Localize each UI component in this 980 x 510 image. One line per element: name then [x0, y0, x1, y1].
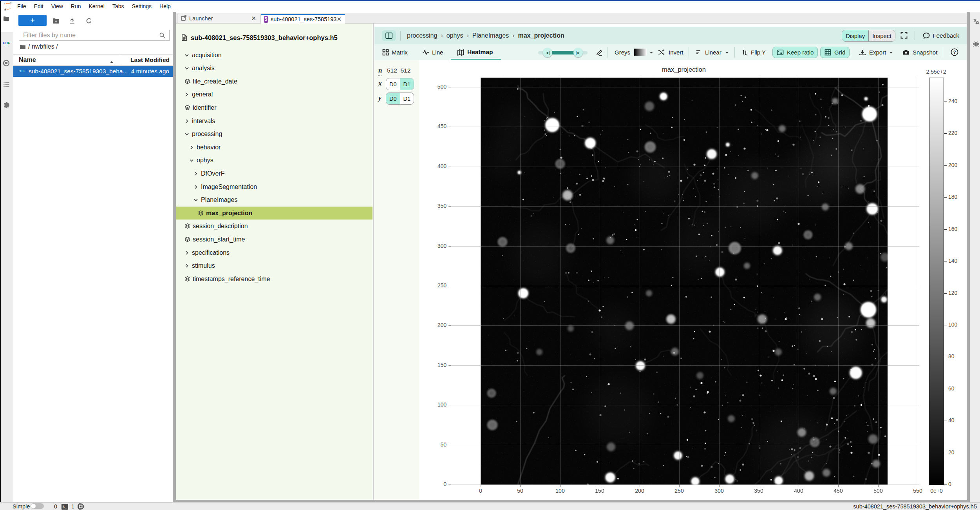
svg-text:F: F: [24, 69, 25, 73]
svg-text:$_: $_: [63, 505, 67, 509]
svg-text:?: ?: [953, 50, 956, 54]
svg-text:F: F: [8, 41, 10, 45]
